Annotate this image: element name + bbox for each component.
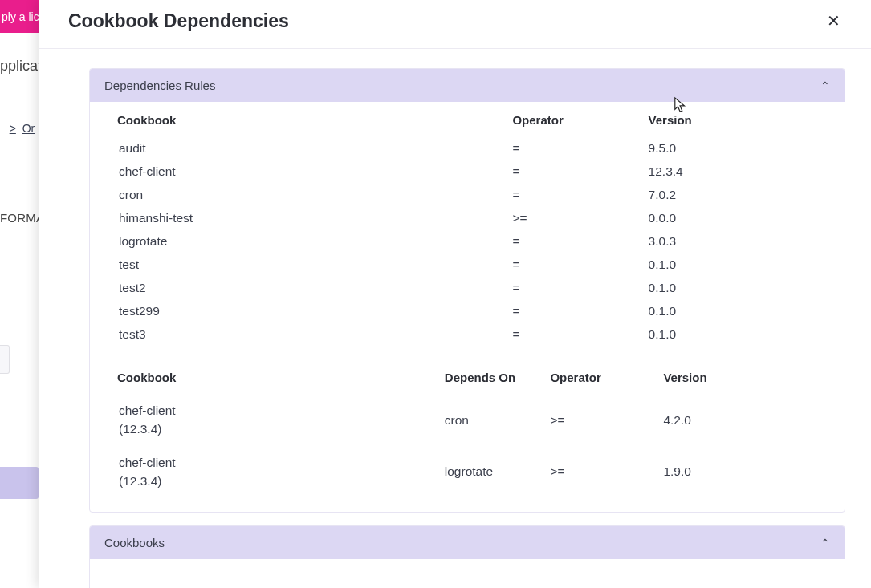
cell-operator: =	[512, 136, 648, 160]
cell-depends-on: logrotate	[445, 446, 551, 498]
cell-version: 9.5.0	[649, 136, 845, 160]
col-version: Version	[649, 102, 845, 136]
rules-table-section: Cookbook Operator Version audit=9.5.0che…	[90, 102, 845, 359]
cell-operator: >=	[550, 446, 663, 498]
dependencies-rules-card: Dependencies Rules ⌃ Cookbook Operator V…	[89, 68, 845, 513]
col-operator: Operator	[512, 102, 648, 136]
cell-operator: =	[512, 160, 648, 183]
deps-table-section: Cookbook Depends On Operator Version che…	[90, 359, 845, 512]
modal-header: Cookbook Dependencies ✕	[39, 0, 871, 49]
cell-cookbook: chef-client	[90, 160, 512, 183]
table-row: logrotate=3.0.3	[90, 229, 845, 253]
table-row: test=0.1.0	[90, 253, 845, 276]
cell-operator: =	[512, 253, 648, 276]
cell-version: 0.1.0	[649, 253, 845, 276]
cell-version: 0.1.0	[649, 276, 845, 299]
table-header-row: Cookbook Operator Version	[90, 102, 845, 136]
cell-version: 12.3.4	[649, 160, 845, 183]
table-row: cron=7.0.2	[90, 183, 845, 206]
cell-version: 0.1.0	[649, 299, 845, 322]
table-header-row: Cookbook Depends On Operator Version	[90, 359, 845, 394]
table-row: chef-client=12.3.4	[90, 160, 845, 183]
col-version: Version	[663, 359, 845, 394]
bg-decor-purple	[0, 467, 39, 499]
cell-version: 4.2.0	[663, 394, 845, 446]
col-cookbook: Cookbook	[90, 102, 512, 136]
panel-title: Dependencies Rules	[104, 79, 215, 92]
license-banner[interactable]: ply a lic	[0, 0, 40, 33]
modal-title: Cookbook Dependencies	[68, 10, 289, 32]
table-row: test3=0.1.0	[90, 322, 845, 346]
cell-operator: =	[512, 322, 648, 346]
bg-decor-box	[0, 345, 10, 374]
table-row: test299=0.1.0	[90, 299, 845, 322]
cell-operator: >=	[550, 394, 663, 446]
deps-table: Cookbook Depends On Operator Version che…	[90, 359, 845, 497]
cell-operator: =	[512, 299, 648, 322]
cookbooks-card: Cookbooks ⌃	[89, 525, 845, 588]
rules-table: Cookbook Operator Version audit=9.5.0che…	[90, 102, 845, 346]
table-row: chef-client(12.3.4)cron>=4.2.0	[90, 394, 845, 446]
cell-cookbook: test	[90, 253, 512, 276]
cell-cookbook: audit	[90, 136, 512, 160]
section-label: FORMA	[0, 211, 40, 225]
cell-cookbook: test2	[90, 276, 512, 299]
cell-operator: =	[512, 229, 648, 253]
panel-title: Cookbooks	[104, 536, 165, 549]
cell-operator: >=	[512, 206, 648, 229]
cell-operator: =	[512, 183, 648, 206]
cell-version: 7.0.2	[649, 183, 845, 206]
chevron-up-icon: ⌃	[820, 79, 830, 92]
nav-applications: pplications	[0, 58, 40, 75]
table-row: himanshi-test>=0.0.0	[90, 206, 845, 229]
cell-cookbook: logrotate	[90, 229, 512, 253]
dependencies-rules-header[interactable]: Dependencies Rules ⌃	[90, 69, 845, 102]
cell-cookbook: chef-client(12.3.4)	[90, 446, 445, 498]
cookbooks-header[interactable]: Cookbooks ⌃	[90, 526, 845, 559]
cell-cookbook: chef-client(12.3.4)	[90, 394, 445, 446]
cell-cookbook: cron	[90, 183, 512, 206]
col-cookbook: Cookbook	[90, 359, 445, 394]
col-depends-on: Depends On	[445, 359, 551, 394]
cell-version: 0.0.0	[649, 206, 845, 229]
modal-body: Dependencies Rules ⌃ Cookbook Operator V…	[39, 49, 871, 588]
chevron-up-icon: ⌃	[820, 537, 830, 549]
breadcrumb: > Or	[0, 122, 35, 135]
table-row: audit=9.5.0	[90, 136, 845, 160]
table-row: chef-client(12.3.4)logrotate>=1.9.0	[90, 446, 845, 498]
cell-version: 0.1.0	[649, 322, 845, 346]
table-row: test2=0.1.0	[90, 276, 845, 299]
cell-version: 1.9.0	[663, 446, 845, 498]
cell-cookbook: test3	[90, 322, 512, 346]
cell-version: 3.0.3	[649, 229, 845, 253]
cell-depends-on: cron	[445, 394, 551, 446]
cell-cookbook: himanshi-test	[90, 206, 512, 229]
cookbook-dependencies-modal: Cookbook Dependencies ✕ Dependencies Rul…	[39, 0, 871, 588]
cell-cookbook: test299	[90, 299, 512, 322]
close-button[interactable]: ✕	[820, 8, 847, 34]
background-page: ply a lic pplications > Or FORMA	[0, 0, 40, 588]
col-operator: Operator	[550, 359, 663, 394]
cell-operator: =	[512, 276, 648, 299]
